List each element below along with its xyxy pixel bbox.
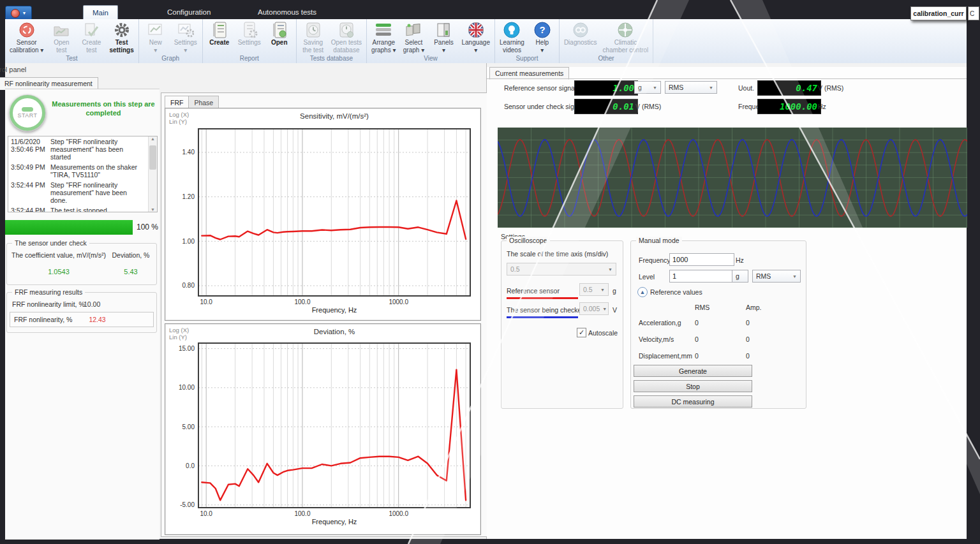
graph-settings-button[interactable]: Settings ▾ <box>171 20 200 54</box>
ribbon-button-label: Sensor calibration ▾ <box>10 39 43 54</box>
tab-autonomous-tests[interactable]: Autonomous tests <box>249 5 325 19</box>
open-database-button[interactable]: Open tests database <box>329 20 364 54</box>
reference-unit-select[interactable]: g▼ <box>634 81 661 94</box>
language-button[interactable]: Language ▾ <box>459 20 493 54</box>
sensor-calibration-icon <box>19 22 35 38</box>
report-settings-button[interactable]: Settings <box>235 20 264 47</box>
tab-frf[interactable]: FRF <box>165 96 189 109</box>
test-settings-icon <box>113 22 131 38</box>
frequency-display: 1000.00 <box>757 99 821 114</box>
climatic-chamber-button[interactable]: Climatic chamber control <box>600 20 651 54</box>
check-signal-unit: V (RMS) <box>635 103 661 110</box>
test-settings-button[interactable]: Test settings <box>107 20 136 54</box>
ribbon-button-label: Select graph ▾ <box>403 39 424 54</box>
dc-measuring-button[interactable]: DC measuring <box>634 395 752 408</box>
ribbon-group-items: New ▾Settings ▾ <box>141 20 200 54</box>
tab-configuration[interactable]: Configuration <box>158 5 219 19</box>
mm-level-unit-value: g <box>736 272 739 280</box>
ribbon-group-name: Support <box>497 54 557 63</box>
ribbon-button-label: New ▾ <box>149 39 162 54</box>
reference-unit-value: g <box>638 84 642 91</box>
chevron-down-icon: ▼ <box>706 85 713 90</box>
graphs-panel: FRF Phase Log (X) Lin (Y) Sensitivity, m… <box>161 92 487 537</box>
control-panel-header: trol panel <box>0 66 26 73</box>
help-button[interactable]: ?Help ▾ <box>528 20 557 54</box>
start-button[interactable]: START <box>9 94 46 131</box>
svg-text:Frequency, Hz: Frequency, Hz <box>312 306 357 314</box>
open-test-button[interactable]: Open test <box>47 20 76 54</box>
axis-scale-note-y: Lin (Y) <box>169 118 187 125</box>
tab-main[interactable]: Main <box>83 5 118 20</box>
mm-level-mode-select[interactable]: RMS▼ <box>752 270 801 283</box>
mm-level-input[interactable] <box>669 270 734 283</box>
reference-row-rms: 0 <box>695 352 699 360</box>
reference-row-label: Displacement,mm <box>639 352 692 360</box>
chevron-down-icon: ▼ <box>22 11 27 15</box>
event-log-rows: 11/6/2020 3:50:46 PMStep "FRF nonlineari… <box>8 136 157 212</box>
reference-sensor-scale-select[interactable]: 0.5▼ <box>579 283 609 296</box>
reference-signal-display: 1.00 <box>574 80 638 96</box>
autoscale-checkbox[interactable]: ✓ <box>577 328 586 337</box>
mm-frequency-unit: Hz <box>736 256 744 264</box>
scroll-up-icon[interactable]: ▲ <box>151 136 155 141</box>
report-create-button[interactable]: Create <box>205 20 234 47</box>
reference-mode-select[interactable]: RMS▼ <box>665 81 717 94</box>
svg-text:1.20: 1.20 <box>182 193 195 200</box>
svg-text:?: ? <box>539 24 545 35</box>
tab-current-measurements[interactable]: Current measurements <box>489 67 569 80</box>
report-settings-icon <box>241 22 258 38</box>
generate-button[interactable]: Generate <box>634 365 752 377</box>
ribbon-group-name: View <box>369 54 493 63</box>
mm-frequency-input[interactable] <box>669 253 734 266</box>
checked-sensor-unit: V <box>612 306 617 314</box>
arrange-graphs-icon <box>375 22 392 38</box>
time-axis-select[interactable]: 0.5▼ <box>507 263 616 276</box>
language-icon <box>467 22 485 38</box>
ribbon-button-label: Climatic chamber control <box>603 39 649 54</box>
tab-frf-nonlinearity-measurement[interactable]: RF nonlinearity measurement <box>0 77 98 90</box>
checked-sensor-scale-select[interactable]: 0.005▼ <box>579 302 609 315</box>
log-entry-time: 3:50:49 PM <box>11 163 50 179</box>
report-open-button[interactable]: Open <box>265 20 294 47</box>
graph-tabs: FRF Phase <box>165 96 219 109</box>
ribbon-group-items: DiagnosticsClimatic chamber control <box>561 20 651 54</box>
ribbon-group-view: Arrange graphs ▾Select graph ▾Panels ▾La… <box>367 19 495 63</box>
sensitivity-chart: Log (X) Lin (Y) Sensitivity, mV/(m/s²)0.… <box>165 108 481 321</box>
learning-videos-button[interactable]: Learning videos <box>497 20 527 54</box>
manual-mode-group: Manual mode Frequency Hz Level g RMS▼ ▲ … <box>630 240 806 409</box>
svg-text:1000.0: 1000.0 <box>389 298 408 305</box>
log-entry-text: Step "FRF nonlinearity measurement" has … <box>50 138 145 161</box>
log-entry-time: 3:52:44 PM <box>11 207 50 212</box>
stop-button[interactable]: Stop <box>634 380 752 392</box>
graph-new-button[interactable]: New ▾ <box>141 20 170 54</box>
chevron-down-icon: ▼ <box>598 288 605 292</box>
ribbon-group-name: Report <box>205 54 294 63</box>
mm-frequency-label: Frequency <box>639 256 671 264</box>
create-test-button[interactable]: Create test <box>77 20 106 54</box>
graph-new-icon <box>147 22 164 38</box>
save-test-button[interactable]: Saving the test <box>299 20 328 54</box>
diagnostics-icon <box>572 22 590 38</box>
tab-phase[interactable]: Phase <box>189 96 219 109</box>
select-graph-button[interactable]: Select graph ▾ <box>399 20 428 54</box>
frf-nonlinearity-row: FRF nonlinearity, % 12.43 <box>10 312 154 327</box>
ribbon-button-label: Create test <box>82 39 101 54</box>
arrange-graphs-button[interactable]: Arrange graphs ▾ <box>369 20 398 54</box>
reference-mode-value: RMS <box>669 84 683 91</box>
scroll-down-icon[interactable]: ▼ <box>151 207 155 212</box>
uout-label: Uout. <box>738 84 754 92</box>
svg-text:1.40: 1.40 <box>182 149 195 156</box>
log-entry-text: Step "FRF nonlinearity measurement" have… <box>50 181 145 204</box>
sensor-calibration-button[interactable]: Sensor calibration ▾ <box>7 20 46 54</box>
ribbon-button-label: Panels ▾ <box>434 39 454 54</box>
diagnostics-button[interactable]: Diagnostics <box>561 20 600 47</box>
chevron-down-icon: ▼ <box>605 267 612 272</box>
sensitivity-plot: Sensitivity, mV/(m/s²)0.801.001.201.4010… <box>165 108 479 319</box>
reference-values-expander[interactable]: ▲ <box>637 287 648 297</box>
log-entry: 3:52:44 PMThe test is stopped <box>8 205 157 212</box>
panels-button[interactable]: Panels ▾ <box>429 20 458 54</box>
mm-level-unit-select[interactable]: g <box>732 270 748 283</box>
floating-window-label: calibration_curr <box>910 6 967 20</box>
app-menu-button[interactable]: ▼ <box>5 6 32 20</box>
log-scrollbar-thumb[interactable] <box>149 145 156 170</box>
